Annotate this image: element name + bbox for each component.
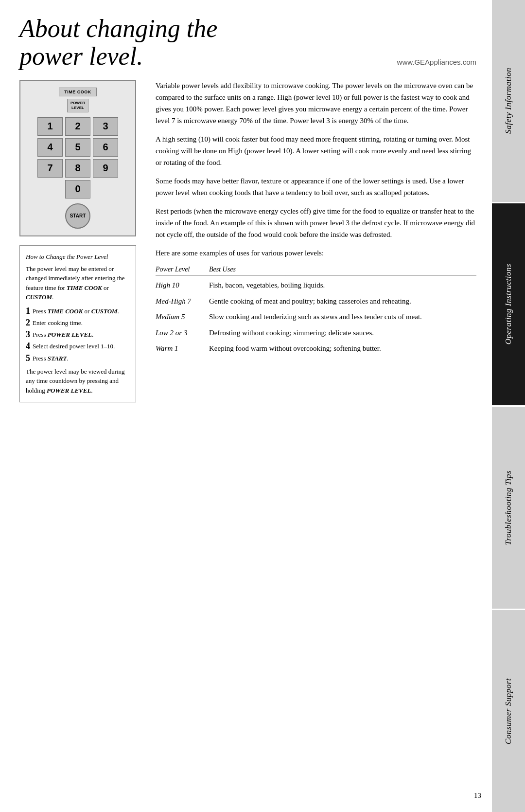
website-url: www.GEAppliances.com <box>397 58 476 70</box>
table-row: Med-High 7 Gentle cooking of meat and po… <box>156 296 476 307</box>
level-med-high: Med-High 7 <box>156 296 209 307</box>
uses-low: Defrosting without cooking; simmering; d… <box>209 327 476 339</box>
start-button[interactable]: START <box>65 203 90 229</box>
table-row: Warm 1 Keeping food warm without overcoo… <box>156 343 476 354</box>
level-low: Low 2 or 3 <box>156 327 209 339</box>
step-3: 3 Press POWER LEVEL. <box>26 330 130 339</box>
page-title: About changing the power level. <box>19 15 217 70</box>
paragraph-4: Rest periods (when the microwave energy … <box>156 205 476 240</box>
zero-row: 0 <box>37 180 118 198</box>
sidebar: Safety Information Operating Instruction… <box>492 0 525 812</box>
keypad-area: TIME COOK POWER LEVEL 1 2 3 4 5 6 7 <box>25 88 130 228</box>
step-5: 5 Press START. <box>26 354 130 363</box>
top-buttons: TIME COOK POWER LEVEL <box>59 88 97 112</box>
key-1[interactable]: 1 <box>37 117 63 136</box>
sidebar-label-troubleshooting: Troubleshooting Tips <box>504 470 513 545</box>
key-7[interactable]: 7 <box>37 159 63 178</box>
instructions-title: How to Change the Power Level <box>26 253 130 261</box>
number-grid: 1 2 3 4 5 6 7 8 9 0 <box>37 117 118 198</box>
paragraph-2: A high setting (10) will cook faster but… <box>156 133 476 168</box>
left-column: TIME COOK POWER LEVEL 1 2 3 4 5 6 7 <box>19 80 146 402</box>
main-content: About changing the power level. www.GEAp… <box>0 0 491 812</box>
level-high: High 10 <box>156 280 209 291</box>
key-6[interactable]: 6 <box>93 138 118 157</box>
instructions-footer: The power level may be viewed during any… <box>26 367 130 396</box>
time-cook-button[interactable]: TIME COOK <box>59 88 97 96</box>
key-2[interactable]: 2 <box>65 117 90 136</box>
column-header-level: Power Level <box>156 266 209 273</box>
page-header: About changing the power level. www.GEAp… <box>19 15 476 70</box>
instructions-box: How to Change the Power Level The power … <box>19 245 136 403</box>
paragraph-3: Some foods may have better flavor, textu… <box>156 175 476 198</box>
table-row: Medium 5 Slow cooking and tenderizing su… <box>156 311 476 323</box>
key-4[interactable]: 4 <box>37 138 63 157</box>
right-column: Variable power levels add flexibility to… <box>156 80 476 402</box>
sidebar-section-troubleshooting[interactable]: Troubleshooting Tips <box>492 407 525 609</box>
key-0[interactable]: 0 <box>65 180 90 198</box>
uses-high: Fish, bacon, vegetables, boiling liquids… <box>209 280 476 291</box>
sidebar-label-safety: Safety Information <box>504 68 513 134</box>
uses-warm: Keeping food warm without overcooking; s… <box>209 343 476 354</box>
uses-med-high: Gentle cooking of meat and poultry; baki… <box>209 296 476 307</box>
microwave-diagram: TIME COOK POWER LEVEL 1 2 3 4 5 6 7 <box>19 80 136 236</box>
key-9[interactable]: 9 <box>93 159 118 178</box>
step-1: 1 Press TIME COOK or CUSTOM. <box>26 307 130 316</box>
paragraph-5: Here are some examples of uses for vario… <box>156 247 476 259</box>
key-8[interactable]: 8 <box>65 159 90 178</box>
key-3[interactable]: 3 <box>93 117 118 136</box>
key-5[interactable]: 5 <box>65 138 90 157</box>
table-row: Low 2 or 3 Defrosting without cooking; s… <box>156 327 476 339</box>
table-row: High 10 Fish, bacon, vegetables, boiling… <box>156 280 476 291</box>
sidebar-label-consumer: Consumer Support <box>504 678 513 744</box>
uses-medium: Slow cooking and tenderizing such as ste… <box>209 311 476 323</box>
level-medium: Medium 5 <box>156 311 209 323</box>
step-4: 4 Select desired power level 1–10. <box>26 342 130 351</box>
sidebar-label-operating: Operating Instructions <box>504 264 513 344</box>
level-warm: Warm 1 <box>156 343 209 354</box>
power-level-button[interactable]: POWER LEVEL <box>67 99 88 112</box>
page-number: 13 <box>474 792 481 800</box>
sidebar-section-consumer[interactable]: Consumer Support <box>492 610 525 812</box>
column-header-uses: Best Uses <box>209 266 476 273</box>
sidebar-section-operating[interactable]: Operating Instructions <box>492 203 525 405</box>
content-row: TIME COOK POWER LEVEL 1 2 3 4 5 6 7 <box>19 80 476 402</box>
table-header: Power Level Best Uses <box>156 266 476 276</box>
paragraph-1: Variable power levels add flexibility to… <box>156 80 476 126</box>
instructions-intro: The power level may be entered or change… <box>26 264 130 302</box>
power-level-table: Power Level Best Uses High 10 Fish, baco… <box>156 266 476 354</box>
sidebar-section-safety[interactable]: Safety Information <box>492 0 525 202</box>
step-2: 2 Enter cooking time. <box>26 319 130 327</box>
